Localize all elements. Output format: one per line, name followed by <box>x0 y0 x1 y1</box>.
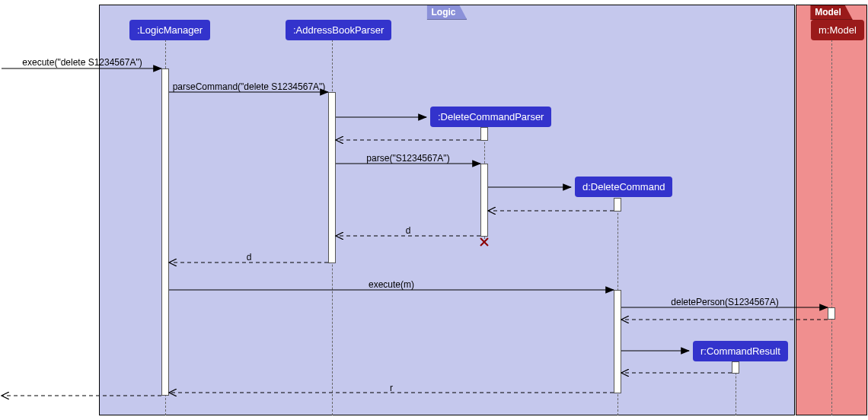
msg-parse: parse("S1234567A") <box>366 153 449 164</box>
model-frame-label: Model <box>810 5 853 20</box>
logic-frame-label: Logic <box>427 5 468 20</box>
activation-dc-1 <box>614 198 621 212</box>
participant-addressbookparser: :AddressBookParser <box>286 20 391 40</box>
activation-logicmanager <box>161 68 169 396</box>
participant-logicmanager: :LogicManager <box>129 20 210 40</box>
participant-deletecommandparser: :DeleteCommandParser <box>430 107 551 127</box>
activation-dcp-1 <box>480 127 488 141</box>
lifeline-model <box>831 40 832 415</box>
activation-addressbookparser <box>328 92 336 263</box>
participant-model: m:Model <box>811 20 864 40</box>
participant-commandresult: r:CommandResult <box>693 341 788 361</box>
msg-execute-delete: execute("delete S1234567A") <box>22 57 142 68</box>
activation-cr <box>732 361 739 374</box>
activation-dc-2 <box>614 290 621 393</box>
msg-deleteperson: deletePerson(S1234567A) <box>671 297 778 307</box>
participant-deletecommand: d:DeleteCommand <box>575 177 672 197</box>
logic-frame: Logic <box>99 5 795 415</box>
activation-dcp-2 <box>480 164 488 237</box>
msg-execute-m: execute(m) <box>369 279 414 290</box>
destroy-icon <box>479 237 490 247</box>
msg-return-d1: d <box>406 225 411 236</box>
msg-return-d2: d <box>247 252 252 262</box>
msg-parsecommand: parseCommand("delete S1234567A") <box>173 81 326 92</box>
activation-model <box>828 307 835 320</box>
msg-return-r: r <box>390 383 393 393</box>
